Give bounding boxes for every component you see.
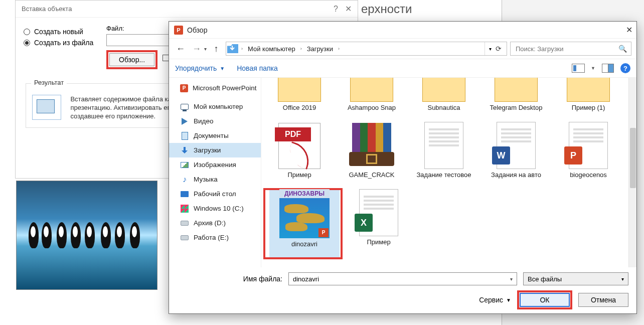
- tree-label: Архив (D:): [194, 219, 226, 227]
- radio-create-new[interactable]: Создать новый: [24, 28, 101, 36]
- service-menu[interactable]: Сервис ▼: [479, 296, 511, 304]
- scrollbar-thumb[interactable]: [630, 128, 636, 188]
- filename-input[interactable]: dinozavri ▾: [288, 272, 517, 285]
- search-box[interactable]: 🔍: [510, 42, 631, 56]
- file-label: Telegram Desktop: [490, 104, 543, 120]
- tree-label: Мой компьютер: [194, 103, 243, 110]
- tree-label: Документы: [194, 132, 229, 139]
- tree-item-c-drive[interactable]: Windows 10 (C:): [169, 201, 261, 216]
- browse-main: PMicrosoft PowerPoint Мой компьютер Виде…: [169, 78, 636, 267]
- refresh-icon[interactable]: ⟳: [496, 45, 502, 53]
- newfolder-button[interactable]: Новая папка: [237, 64, 278, 72]
- tree-item-desktop[interactable]: Рабочий стол: [169, 187, 261, 201]
- search-icon[interactable]: 🔍: [618, 45, 627, 53]
- filetype-select[interactable]: Все файлы ▾: [523, 272, 628, 285]
- tree-label: Microsoft PowerPoint: [193, 84, 257, 92]
- close-icon[interactable]: ✕: [345, 1, 352, 18]
- filename-value: dinozavri: [293, 275, 319, 283]
- cancel-button[interactable]: Отмена: [578, 293, 628, 307]
- crumb-1[interactable]: Мой компьютер: [244, 42, 299, 55]
- browse-footer: Имя файла: dinozavri ▾ Все файлы ▾ Серви…: [169, 267, 636, 316]
- penguins-image: [16, 181, 157, 290]
- stage: ерхности Вставка объекта ? ✕ Создать нов…: [0, 0, 644, 325]
- nav-history-dropdown-icon[interactable]: ▾: [204, 46, 207, 52]
- tree-label: Загрузки: [194, 146, 221, 154]
- chevron-down-icon: ▼: [506, 297, 511, 303]
- file-item[interactable]: XПример: [344, 188, 414, 259]
- view-mode-dropdown-icon[interactable]: ▼: [591, 66, 595, 71]
- tree-item-powerpoint[interactable]: PMicrosoft PowerPoint: [169, 81, 261, 95]
- dino-title: ДИНОЗАВРЫ: [279, 189, 330, 198]
- file-item[interactable]: Задание тестовое: [409, 121, 479, 188]
- file-item-highlight: ДИНОЗАВРЫ P dinozavri: [263, 188, 343, 259]
- crumb-2[interactable]: Загрузки: [303, 42, 337, 55]
- browse-button[interactable]: Обзор...: [109, 53, 154, 66]
- browse-titlebar[interactable]: P Обзор ✕: [169, 22, 636, 39]
- insert-object-title: Вставка объекта: [22, 1, 72, 18]
- nav-row: ← → ▾ ↑ › Мой компьютер › Загрузки › ▾ ⟳: [169, 39, 636, 59]
- filename-dropdown-icon[interactable]: ▾: [510, 276, 513, 282]
- tree-label: Видео: [194, 117, 213, 125]
- file-label: biogeocenos: [570, 171, 607, 187]
- insert-object-titlebar[interactable]: Вставка объекта ? ✕: [16, 1, 358, 18]
- file-item-dinozavri[interactable]: ДИНОЗАВРЫ P dinozavri: [269, 190, 340, 257]
- tree-item-pc[interactable]: Мой компьютер: [169, 99, 261, 114]
- file-item[interactable]: Telegram Desktop: [481, 78, 551, 121]
- help-icon[interactable]: ?: [334, 1, 338, 18]
- crumb-sep-icon[interactable]: ›: [240, 46, 244, 51]
- nav-back-icon[interactable]: ←: [174, 42, 187, 55]
- crumb-sep-icon[interactable]: ›: [299, 46, 303, 51]
- file-label: Задание тестовое: [417, 171, 471, 187]
- folder-tree[interactable]: PMicrosoft PowerPoint Мой компьютер Виде…: [169, 78, 261, 267]
- file-item[interactable]: Ashampoo Snap: [337, 78, 407, 121]
- ok-button[interactable]: ОК: [520, 293, 570, 307]
- tree-item-documents[interactable]: Документы: [169, 128, 261, 143]
- file-label: Пример: [287, 171, 311, 187]
- filetype-dropdown-icon[interactable]: ▾: [621, 276, 624, 282]
- browse-button-highlight: Обзор...: [106, 50, 157, 69]
- tree-item-music[interactable]: ♪Музыка: [169, 172, 261, 187]
- file-label: Пример (1): [572, 104, 605, 120]
- ok-button-highlight: ОК: [517, 290, 572, 309]
- tree-label: Рабочий стол: [194, 190, 236, 198]
- tree-label: Музыка: [194, 176, 218, 183]
- help-button[interactable]: ?: [620, 63, 630, 73]
- tree-item-video[interactable]: Видео: [169, 114, 261, 128]
- preview-pane-button[interactable]: [601, 63, 614, 74]
- filename-label: Имя файла:: [177, 275, 282, 283]
- radio-create-from-file[interactable]: Создать из файла: [24, 39, 101, 47]
- chevron-down-icon: ▼: [220, 66, 225, 71]
- file-item[interactable]: Subnautica: [409, 78, 479, 121]
- scrollbar[interactable]: [628, 78, 636, 267]
- file-label: GAME_CRACK: [349, 171, 394, 187]
- file-label: dinozavri: [291, 240, 317, 256]
- browse-title: Обзор: [187, 26, 207, 34]
- address-bar[interactable]: › Мой компьютер › Загрузки › ▾ ⟳: [226, 42, 507, 56]
- file-item[interactable]: Pbiogeocenos: [553, 121, 623, 188]
- file-grid[interactable]: Office 2019 Ashampoo Snap Subnautica Tel…: [261, 78, 636, 267]
- tree-item-pictures[interactable]: Изображения: [169, 157, 261, 172]
- file-item[interactable]: Office 2019: [264, 78, 335, 121]
- nav-forward-icon[interactable]: →: [190, 42, 203, 55]
- file-item[interactable]: GAME_CRACK: [337, 121, 407, 188]
- tree-label: Изображения: [194, 161, 236, 169]
- file-item[interactable]: WЗадания на авто: [481, 121, 551, 188]
- tree-item-d-drive[interactable]: Архив (D:): [169, 216, 261, 230]
- tree-label: Работа (E:): [194, 234, 229, 241]
- tree-item-downloads[interactable]: Загрузки: [169, 143, 261, 157]
- view-mode-button[interactable]: [572, 63, 585, 74]
- addr-dropdown-icon[interactable]: ▾: [489, 46, 492, 52]
- organize-menu[interactable]: Упорядочить ▼: [175, 64, 225, 72]
- nav-up-icon[interactable]: ↑: [210, 42, 223, 55]
- organize-label: Упорядочить: [175, 64, 217, 72]
- file-item[interactable]: Пример (1): [553, 78, 623, 121]
- browse-close-icon[interactable]: ✕: [626, 25, 632, 35]
- result-legend: Результат: [31, 79, 67, 86]
- file-item[interactable]: PDFПример: [264, 121, 335, 188]
- tree-item-e-drive[interactable]: Работа (E:): [169, 230, 261, 245]
- tree-label: Windows 10 (C:): [194, 205, 244, 212]
- search-input[interactable]: [515, 45, 614, 53]
- background-text: ерхности: [361, 2, 412, 16]
- file-label: Пример: [367, 238, 390, 254]
- crumb-sep-icon[interactable]: ›: [337, 46, 341, 51]
